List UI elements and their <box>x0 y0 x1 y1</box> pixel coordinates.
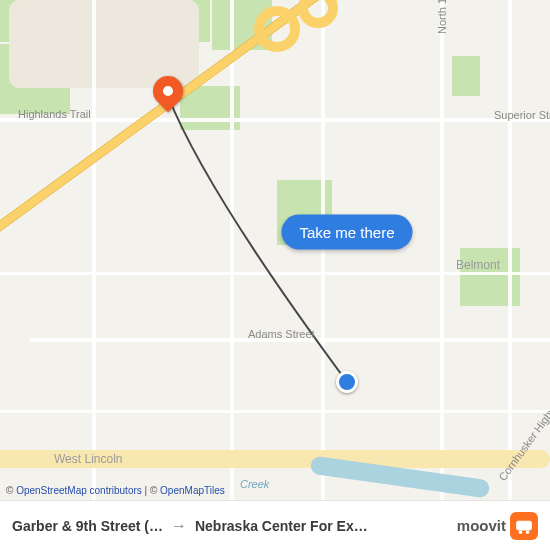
road <box>230 0 234 500</box>
openmaptiles-link[interactable]: OpenMapTiles <box>160 485 225 496</box>
svg-point-2 <box>519 530 523 534</box>
svg-point-3 <box>526 530 530 534</box>
map-canvas[interactable]: Highlands Trail Superior Street Adams St… <box>0 0 550 500</box>
area-label-belmont: Belmont <box>456 258 500 272</box>
attribution-prefix: © <box>6 485 16 496</box>
creek-label: Creek <box>240 478 269 490</box>
moovit-logo-icon <box>510 512 538 540</box>
road-label-superior: Superior Street <box>494 109 550 121</box>
road-label-adams: Adams Street <box>248 328 315 340</box>
interchange-loop <box>254 6 300 52</box>
arrow-icon: → <box>171 517 187 535</box>
brand-name: moovit <box>457 517 506 534</box>
road <box>0 410 550 413</box>
road-label-cornhusker: Cornhusker Highway <box>496 393 550 483</box>
osm-link[interactable]: OpenStreetMap contributors <box>16 485 142 496</box>
bottom-bar: Garber & 9th Street (… → Nebraska Center… <box>0 500 550 550</box>
road <box>321 0 325 500</box>
app-root: Highlands Trail Superior Street Adams St… <box>0 0 550 550</box>
map-attribution: © OpenStreetMap contributors | © OpenMap… <box>6 485 225 496</box>
destination-pin[interactable] <box>153 76 183 106</box>
brand-block[interactable]: moovit <box>457 512 538 540</box>
road <box>0 272 550 275</box>
origin-marker[interactable] <box>336 371 358 393</box>
road-label-n14th: North 14th Street <box>436 0 448 34</box>
interchange-loop <box>298 0 338 28</box>
road <box>508 0 512 500</box>
attribution-sep: | © <box>142 485 160 496</box>
road-label-highlands: Highlands Trail <box>18 108 91 120</box>
road <box>92 0 96 500</box>
pin-icon <box>147 70 189 112</box>
to-label[interactable]: Nebraska Center For Excell… <box>195 518 373 534</box>
from-label[interactable]: Garber & 9th Street (… <box>12 518 163 534</box>
take-me-there-button[interactable]: Take me there <box>281 215 412 250</box>
park-patch <box>452 56 480 96</box>
area-label-west-lincoln: West Lincoln <box>54 452 122 466</box>
road <box>440 0 444 500</box>
svg-rect-1 <box>516 520 532 530</box>
